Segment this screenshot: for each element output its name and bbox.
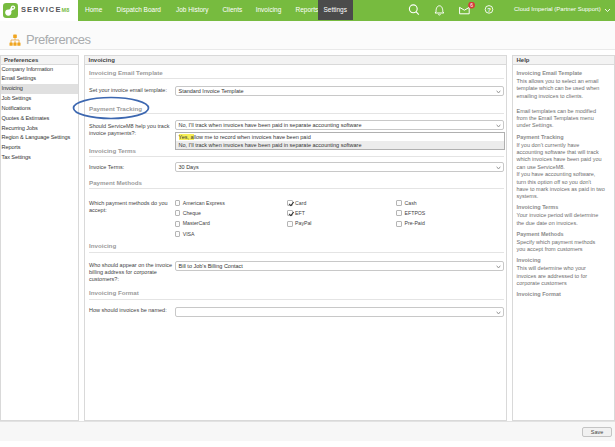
svg-text:?: ? [487,7,491,13]
svg-text:6: 6 [470,2,473,8]
